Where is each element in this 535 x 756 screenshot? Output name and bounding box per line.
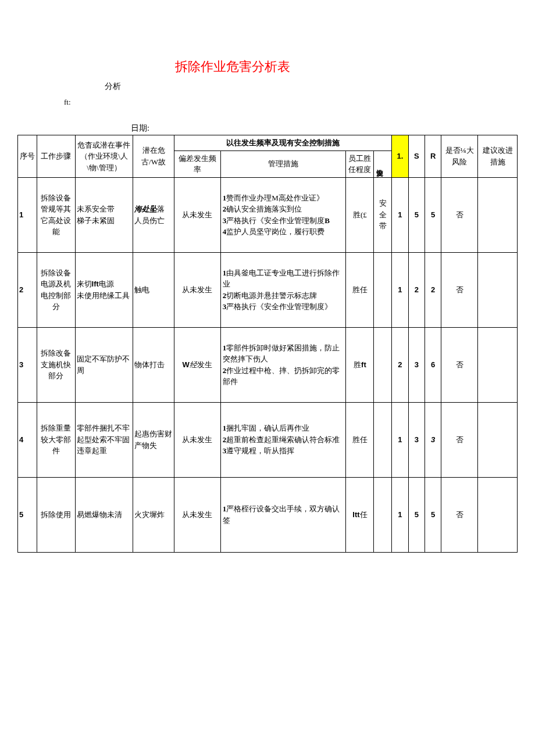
cell: 3 [408, 327, 425, 402]
cell [478, 177, 518, 252]
header-r: R [425, 135, 441, 178]
cell: 否 [441, 252, 478, 327]
header-step: 工作步骤 [37, 135, 75, 178]
cell: 5 [18, 477, 37, 552]
cell: 零部件捆扎不牢起型处索不牢固违章起重 [75, 402, 133, 477]
cell: 海处坠落人员伤亡 [133, 177, 174, 252]
cell: 固定不军防护不周 [75, 327, 133, 402]
cell: 胜任 [346, 252, 374, 327]
header-group: 以往发生频率及现有安全控制措施 [174, 135, 392, 151]
cell: 1 [392, 252, 408, 327]
cell: 5 [408, 477, 425, 552]
cell: 3 [18, 327, 37, 402]
cell: 胜ft [346, 327, 374, 402]
cell [478, 327, 518, 402]
cell: 1赞而作业办理M高处作业证》2确认安全措施落实到位3严格执行《安全作业管理制度B… [220, 177, 346, 252]
cell: 胜任 [346, 402, 374, 477]
cell: 从未发生 [174, 477, 220, 552]
cell: 1 [392, 402, 408, 477]
cell: 否 [441, 477, 478, 552]
cell: 否 [441, 402, 478, 477]
cell: 火灾墀炸 [133, 477, 174, 552]
analysis-label: 分析 [105, 81, 518, 92]
cell: 拆除设备电源及机电控制部分 [37, 252, 75, 327]
cell: 拆除改备支施机快部分 [37, 327, 75, 402]
header-s: S [408, 135, 425, 178]
cell: 起惠伤害财产物失 [133, 402, 174, 477]
cell: 从未发生 [174, 402, 220, 477]
table-row: 2拆除设备电源及机电控制部分来切Ift电源未使用绝缘工具触电从未发生1由具釜电工… [18, 252, 518, 327]
cell: 未系安全带梯子未紧固 [75, 177, 133, 252]
cell [478, 252, 518, 327]
table-row: 1拆除设备管规等其它高处设能未系安全带梯子未紧固海处坠落人员伤亡从未发生1赞而作… [18, 177, 518, 252]
cell: 4 [18, 402, 37, 477]
header-comp: 员工胜任程度 [346, 151, 374, 177]
cell: 5 [425, 177, 441, 252]
cell: 否 [441, 327, 478, 402]
cell [374, 402, 392, 477]
header-l: 1. [392, 135, 408, 178]
cell [478, 477, 518, 552]
header-hazard: 危杳或潜在事件（作业环境\人\物\管理） [75, 135, 133, 178]
cell: 1 [392, 177, 408, 252]
hazard-table: 序号 工作步骤 危杳或潜在事件（作业环境\人\物\管理） 潜在危古/W故 以往发… [17, 135, 518, 553]
header-safe: 安全设施 [374, 151, 392, 177]
cell: 拆除重量较大零部件 [37, 402, 75, 477]
cell: 2 [392, 327, 408, 402]
cell: 从未发生 [174, 177, 220, 252]
cell [374, 327, 392, 402]
cell [374, 477, 392, 552]
cell: 3 [425, 402, 441, 477]
cell: 1 [392, 477, 408, 552]
cell: 1由具釜电工证专业电工进行拆除作业2切断电源并悬挂警示标志牌3严格执行《安全作业… [220, 252, 346, 327]
cell: 来切Ift电源未使用绝缘工具 [75, 252, 133, 327]
table-row: 3拆除改备支施机快部分固定不军防护不周物体打击W经发生1零部件拆卸时做好紧困措施… [18, 327, 518, 402]
cell: 1严格桎行设备交出手续，双方确认签 [220, 477, 346, 552]
cell: 拆除使用 [37, 477, 75, 552]
cell: Itt任 [346, 477, 374, 552]
header-accident: 潜在危古/W故 [133, 135, 174, 178]
cell: 2 [408, 252, 425, 327]
header-big: 是否⅛大风险 [441, 135, 478, 178]
cell: 触电 [133, 252, 174, 327]
cell: 1 [18, 177, 37, 252]
table-row: 5拆除使用易燃爆物未清火灾墀炸从未发生1严格桎行设备交出手续，双方确认签Itt任… [18, 477, 518, 552]
page-title: 拆除作业危害分析表 [116, 58, 349, 76]
header-freq: 偏差发生频率 [174, 151, 220, 177]
ft-label: ft: [64, 98, 518, 107]
table-row: 4拆除重量较大零部件零部件捆扎不牢起型处索不牢固违章起重起惠伤害财产物失从未发生… [18, 402, 518, 477]
cell: 胜(£ [346, 177, 374, 252]
cell [478, 402, 518, 477]
header-mgmt: 管理措施 [220, 151, 346, 177]
cell: 否 [441, 177, 478, 252]
cell [374, 252, 392, 327]
date-label: 日期: [131, 123, 518, 134]
header-improve: 建议改进措施 [478, 135, 518, 178]
cell: 安全带 [374, 177, 392, 252]
cell: W经发生 [174, 327, 220, 402]
cell: 从未发生 [174, 252, 220, 327]
cell: 5 [408, 177, 425, 252]
cell: 2 [425, 252, 441, 327]
cell: 2 [18, 252, 37, 327]
cell: 1零部件拆卸时做好紧困措施，防止突然摔下伤人2作业过程中枪、摔、扔拆卸完的零部件 [220, 327, 346, 402]
cell: 3 [408, 402, 425, 477]
cell: 5 [425, 477, 441, 552]
cell: 拆除设备管规等其它高处设能 [37, 177, 75, 252]
cell: 物体打击 [133, 327, 174, 402]
cell: 易燃爆物未清 [75, 477, 133, 552]
cell: 1捆扎牢固，确认后再作业2超重前检查起重绳索确认符合标准3遵守规程，听从指挥 [220, 402, 346, 477]
header-seq: 序号 [18, 135, 37, 178]
cell: 6 [425, 327, 441, 402]
